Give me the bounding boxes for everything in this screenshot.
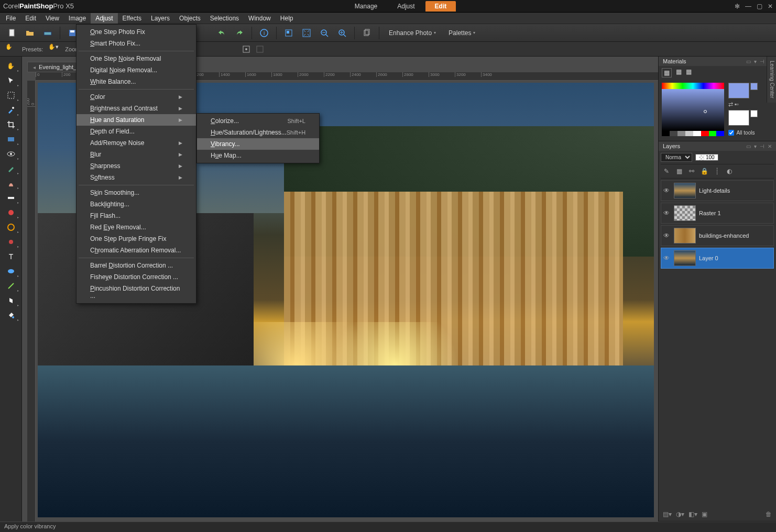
opacity-input[interactable]: 100 bbox=[695, 154, 718, 161]
all-tools-checkbox[interactable]: All tools bbox=[728, 130, 773, 136]
straighten-tool[interactable]: ▸ bbox=[2, 132, 19, 146]
new-layer-icon[interactable]: ▤▾ bbox=[663, 511, 672, 518]
menu-help[interactable]: Help bbox=[276, 13, 298, 24]
link-icon[interactable]: ⚯ bbox=[687, 167, 696, 176]
makeover-tool[interactable]: ▸ bbox=[2, 162, 19, 175]
pick-tool[interactable]: ▸ bbox=[2, 74, 19, 87]
reset-colors-icon[interactable]: ▪▫ bbox=[734, 101, 739, 108]
visibility-eye-icon[interactable]: 👁 bbox=[663, 254, 671, 262]
layer-row[interactable]: 👁Layer 0 bbox=[661, 248, 774, 269]
layer-row[interactable]: 👁Light-details bbox=[661, 180, 774, 201]
materials-tab-swatches-icon[interactable]: ▦ bbox=[686, 68, 692, 77]
learning-center-tab[interactable]: Learning Center bbox=[767, 57, 776, 103]
menu-item[interactable]: Skin Smoothing... bbox=[76, 187, 196, 198]
actual-size-icon[interactable] bbox=[242, 45, 250, 53]
enhance-photo-dropdown[interactable]: Enhance Photo bbox=[385, 27, 440, 39]
close-icon[interactable]: ✕ bbox=[768, 3, 773, 10]
tab-adjust[interactable]: Adjust bbox=[388, 1, 424, 12]
panel-close-icon[interactable]: ✕ bbox=[768, 143, 772, 149]
submenu-item[interactable]: Colorize...Shift+L bbox=[197, 115, 319, 127]
new-group-icon[interactable]: ▣ bbox=[702, 511, 707, 518]
menu-layers[interactable]: Layers bbox=[146, 13, 174, 24]
new-file-icon[interactable] bbox=[5, 26, 19, 40]
menu-item[interactable]: Blur▶ bbox=[76, 149, 196, 160]
menu-effects[interactable]: Effects bbox=[118, 13, 146, 24]
tab-manage[interactable]: Manage bbox=[345, 1, 387, 12]
menu-objects[interactable]: Objects bbox=[174, 13, 205, 24]
pan-tool-small-icon[interactable]: ✋ bbox=[5, 43, 17, 55]
palettes-dropdown[interactable]: Palettes bbox=[444, 27, 479, 39]
visibility-eye-icon[interactable]: 👁 bbox=[663, 187, 671, 194]
menu-item[interactable]: Hue and Saturation▶ bbox=[76, 114, 196, 126]
color-replacer-tool[interactable]: ▸ bbox=[2, 220, 19, 234]
eraser-tool[interactable]: ▸ bbox=[2, 235, 19, 249]
red-eye-tool[interactable]: ▸ bbox=[2, 147, 19, 161]
delete-layer-icon[interactable]: 🗑 bbox=[766, 511, 772, 518]
copy-icon[interactable] bbox=[360, 26, 374, 40]
edit-selection-icon[interactable]: ✎ bbox=[662, 167, 671, 176]
menu-edit[interactable]: Edit bbox=[20, 13, 41, 24]
background-small-swatch[interactable] bbox=[750, 110, 758, 117]
color-picker[interactable] bbox=[662, 83, 724, 138]
menu-item[interactable]: Sharpness▶ bbox=[76, 160, 196, 172]
menu-item[interactable]: Fisheye Distortion Correction ... bbox=[76, 271, 196, 283]
background-swatch[interactable] bbox=[728, 110, 749, 126]
selection-tool[interactable]: ▸ bbox=[2, 88, 19, 102]
open-file-icon[interactable] bbox=[23, 26, 37, 40]
menu-item[interactable]: Depth of Field... bbox=[76, 126, 196, 137]
new-mask-icon[interactable]: ◑▾ bbox=[676, 511, 684, 518]
presets-dropdown-icon[interactable]: ✋▾ bbox=[48, 43, 60, 55]
swap-colors-icon[interactable]: ⇄ bbox=[728, 101, 733, 108]
panel-menu-icon[interactable]: ▾ bbox=[754, 59, 757, 64]
tab-edit[interactable]: Edit bbox=[425, 1, 456, 12]
menu-item[interactable]: Color▶ bbox=[76, 91, 196, 103]
layer-row[interactable]: 👁Raster 1 bbox=[661, 203, 774, 224]
panel-float-icon[interactable]: ▭ bbox=[746, 59, 751, 64]
menu-item[interactable]: One Step Photo Fix bbox=[76, 26, 196, 38]
undo-icon[interactable] bbox=[215, 26, 228, 40]
materials-tab-frame-icon[interactable]: ▦ bbox=[662, 68, 672, 77]
text-tool[interactable]: T bbox=[2, 250, 19, 263]
zoom-out-icon[interactable] bbox=[318, 26, 331, 40]
pen-tool[interactable]: ▸ bbox=[2, 279, 19, 293]
twain-acquire-icon[interactable] bbox=[41, 26, 54, 40]
zoom-in-icon[interactable] bbox=[335, 26, 349, 40]
layer-effects-icon[interactable]: ◐ bbox=[725, 167, 734, 176]
foreground-small-swatch[interactable] bbox=[750, 83, 758, 90]
layer-row[interactable]: 👁buildings-enhanced bbox=[661, 225, 774, 246]
menu-image[interactable]: Image bbox=[64, 13, 91, 24]
visibility-eye-icon[interactable]: 👁 bbox=[663, 209, 671, 217]
menu-selections[interactable]: Selections bbox=[205, 13, 244, 24]
redo-icon[interactable] bbox=[233, 26, 246, 40]
menu-item[interactable]: Smart Photo Fix... bbox=[76, 38, 196, 49]
maximize-icon[interactable]: ▢ bbox=[757, 3, 762, 10]
menu-window[interactable]: Window bbox=[244, 13, 276, 24]
submenu-item[interactable]: Hue Map... bbox=[197, 150, 319, 161]
panel-pin-icon[interactable]: ⊣ bbox=[760, 59, 764, 64]
resize-icon[interactable] bbox=[282, 26, 296, 40]
menu-file[interactable]: File bbox=[1, 13, 20, 24]
panel-float-icon[interactable]: ▭ bbox=[746, 143, 751, 149]
paint-brush-tool[interactable]: ▸ bbox=[2, 191, 19, 205]
menu-item[interactable]: Add/Remove Noise▶ bbox=[76, 137, 196, 149]
menu-item[interactable]: Red Eye Removal... bbox=[76, 221, 196, 233]
prev-doc-icon[interactable]: ◂ bbox=[33, 64, 36, 70]
shape-tool[interactable]: ▸ bbox=[2, 264, 19, 278]
new-adjust-layer-icon[interactable]: ◧▾ bbox=[688, 511, 697, 518]
menu-item[interactable]: White Balance... bbox=[76, 76, 196, 87]
lighten-darken-tool[interactable]: ▸ bbox=[2, 206, 19, 219]
menu-item[interactable]: Softness▶ bbox=[76, 172, 196, 183]
menu-item[interactable]: One Step Noise Removal bbox=[76, 53, 196, 64]
minimize-icon[interactable]: — bbox=[745, 3, 751, 10]
panel-menu-icon[interactable]: ▾ bbox=[754, 143, 757, 149]
panel-pin-icon[interactable]: ⊣ bbox=[760, 143, 764, 149]
crop-tool[interactable]: ▸ bbox=[2, 118, 19, 131]
fit-window-icon[interactable] bbox=[256, 45, 264, 53]
menu-adjust[interactable]: Adjust bbox=[91, 13, 117, 24]
flood-fill-tool[interactable]: ▸ bbox=[2, 308, 19, 322]
menu-item[interactable]: One Step Purple Fringe Fix bbox=[76, 233, 196, 245]
fit-screen-icon[interactable] bbox=[300, 26, 313, 40]
menu-item[interactable]: Fill Flash... bbox=[76, 210, 196, 221]
dropper-tool[interactable]: ▸ bbox=[2, 103, 19, 117]
submenu-item[interactable]: Hue/Saturation/Lightness...Shift+H bbox=[197, 127, 319, 138]
